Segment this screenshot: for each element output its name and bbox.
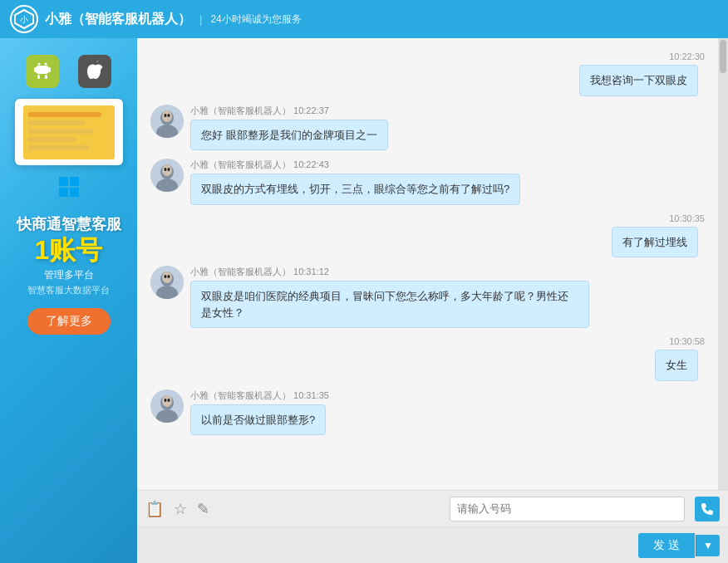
avatar-bot-4 (150, 389, 184, 423)
apple-icon (78, 55, 111, 88)
send-area: 发 送 ▼ (137, 526, 728, 563)
svg-point-22 (162, 164, 172, 176)
msg-body-user-2: 有了解过埋线 (612, 227, 698, 258)
msg-sender-bot-4: 小雅（智能客服机器人） 10:31:35 (190, 389, 329, 402)
msg-body-bot-3: 小雅（智能客服机器人） 10:31:12 双眼皮是咱们医院的经典项目，冒昧问下您… (190, 266, 589, 328)
msg-time-3: 10:30:58 (150, 336, 705, 346)
msg-row-bot-4: 小雅（智能客服机器人） 10:31:35 以前是否做过眼部整形? (150, 389, 705, 436)
svg-point-18 (168, 114, 170, 117)
sidebar-platform-text: 智慧客服大数据平台 (27, 284, 110, 296)
bubble-bot-4: 以前是否做过眼部整形? (190, 404, 326, 436)
msg-sender-bot-1: 小雅（智能客服机器人） 10:22:37 (190, 105, 388, 117)
svg-point-17 (165, 114, 167, 117)
app-container: 小 小雅（智能客服机器人） | 24小时竭诚为您服务 (0, 0, 728, 563)
avatar-bot-1 (150, 105, 184, 138)
bubble-user-1: 我想咨询一下双眼皮 (579, 65, 698, 96)
toolbar-icon-star[interactable]: ☆ (174, 500, 187, 518)
main-area: 快商通智慧客服 1账号 管理多平台 智慧客服大数据平台 了解更多 10:22:3… (0, 38, 728, 563)
send-button[interactable]: 发 送 (638, 533, 695, 558)
toolbar-icon-clip[interactable]: 📋 (145, 500, 164, 518)
svg-point-23 (165, 168, 167, 171)
svg-point-35 (165, 399, 167, 402)
svg-text:小: 小 (20, 15, 28, 24)
svg-rect-7 (37, 75, 40, 79)
header-divider: | (199, 13, 202, 26)
sidebar: 快商通智慧客服 1账号 管理多平台 智慧客服大数据平台 了解更多 (0, 38, 137, 563)
header-subtitle: 24小时竭诚为您服务 (210, 12, 301, 27)
svg-point-36 (168, 399, 170, 402)
svg-point-3 (45, 63, 47, 66)
svg-point-34 (162, 395, 172, 407)
avatar-bot-2 (150, 159, 184, 192)
windows-icon (57, 175, 81, 204)
msg-body-bot-4: 小雅（智能客服机器人） 10:31:35 以前是否做过眼部整形? (190, 389, 329, 436)
msg-sender-bot-3: 小雅（智能客服机器人） 10:31:12 (190, 266, 589, 278)
msg-body-user-3: 女生 (655, 350, 698, 381)
msg-body-user-1: 我想咨询一下双眼皮 (579, 65, 698, 96)
svg-rect-9 (59, 177, 68, 186)
bubble-bot-2: 双眼皮的方式有埋线，切开，三点，眼综合等您之前有了解过吗? (190, 174, 520, 205)
android-icon (26, 55, 59, 88)
msg-row-bot-1: 小雅（智能客服机器人） 10:22:37 您好 眼部整形是我们的金牌项目之一 (150, 105, 705, 151)
toolbar-icon-edit[interactable]: ✎ (197, 500, 209, 518)
sidebar-title: 快商通智慧客服 (17, 214, 121, 234)
bubble-user-2: 有了解过埋线 (612, 227, 698, 258)
msg-row-user-2: 有了解过埋线 (150, 227, 705, 258)
msg-row-user-3: 女生 (150, 350, 705, 381)
chat-messages: 10:22:30 我想咨询一下双眼皮 (137, 38, 718, 490)
sidebar-badge: 1账号 (35, 236, 103, 265)
msg-time-2: 10:30:35 (150, 213, 705, 223)
svg-point-28 (162, 272, 172, 283)
svg-rect-12 (70, 188, 79, 197)
svg-rect-8 (45, 75, 47, 79)
chat-area: 10:22:30 我想咨询一下双眼皮 (137, 38, 728, 563)
sidebar-platform-icons (0, 47, 137, 92)
svg-rect-10 (70, 177, 79, 186)
svg-point-29 (165, 275, 167, 278)
svg-point-30 (168, 275, 170, 278)
bubble-user-3: 女生 (655, 350, 698, 381)
scroll-thumb[interactable] (720, 40, 726, 73)
send-dropdown-button[interactable]: ▼ (696, 535, 720, 556)
bubble-bot-3: 双眼皮是咱们医院的经典项目，冒昧问下您怎么称呼，多大年龄了呢？男性还是女性？ (190, 281, 589, 328)
app-logo: 小 (10, 5, 38, 33)
phone-button[interactable] (695, 497, 720, 521)
svg-rect-4 (36, 66, 49, 74)
svg-point-16 (162, 110, 172, 122)
msg-time-1: 10:22:30 (150, 51, 705, 61)
learn-more-button[interactable]: 了解更多 (27, 308, 111, 335)
sidebar-laptop-graphic (15, 99, 123, 165)
scrollbar[interactable] (718, 38, 728, 490)
msg-body-bot-1: 小雅（智能客服机器人） 10:22:37 您好 眼部整形是我们的金牌项目之一 (190, 105, 388, 151)
svg-point-24 (168, 168, 170, 171)
msg-body-bot-2: 小雅（智能客服机器人） 10:22:43 双眼皮的方式有埋线，切开，三点，眼综合… (190, 159, 520, 205)
svg-rect-5 (34, 67, 37, 72)
svg-point-2 (38, 63, 41, 66)
svg-rect-6 (48, 67, 51, 72)
chat-toolbar: 📋 ☆ ✎ (137, 490, 728, 526)
svg-rect-11 (59, 188, 68, 197)
avatar-bot-3 (150, 266, 184, 299)
msg-row-bot-3: 小雅（智能客服机器人） 10:31:12 双眼皮是咱们医院的经典项目，冒昧问下您… (150, 266, 705, 328)
bubble-bot-1: 您好 眼部整形是我们的金牌项目之一 (190, 120, 388, 151)
msg-row-bot-2: 小雅（智能客服机器人） 10:22:43 双眼皮的方式有埋线，切开，三点，眼综合… (150, 159, 705, 205)
msg-sender-bot-2: 小雅（智能客服机器人） 10:22:43 (190, 159, 520, 171)
header: 小 小雅（智能客服机器人） | 24小时竭诚为您服务 (0, 0, 728, 38)
phone-input[interactable] (450, 497, 685, 521)
header-title: 小雅（智能客服机器人） (45, 11, 191, 28)
sidebar-sub: 管理多平台 (44, 268, 94, 282)
msg-row-user-1: 我想咨询一下双眼皮 (150, 65, 705, 96)
